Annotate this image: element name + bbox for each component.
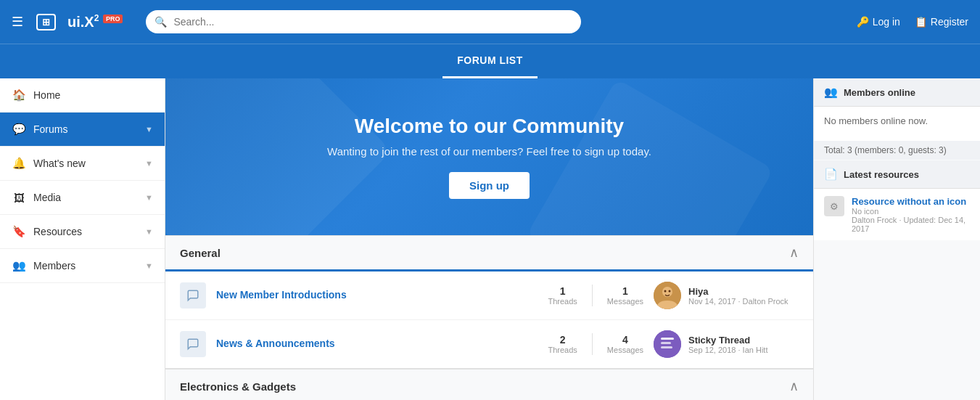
chevron-down-icon: ▼	[145, 125, 153, 134]
resource-sub: No icon	[852, 207, 970, 216]
stat-divider	[592, 285, 593, 306]
threads-stat-2: 2 Threads	[548, 334, 577, 354]
last-post-user: Hiya	[688, 286, 788, 297]
svg-rect-5	[661, 338, 674, 340]
forum-stats: 1 Threads 1 Messages	[548, 285, 644, 306]
section-header-general: General ∧	[165, 235, 813, 272]
login-link[interactable]: 🔑 Log in	[857, 16, 900, 28]
resource-name[interactable]: Resource without an icon	[852, 196, 970, 207]
no-members-text: No members online now.	[824, 115, 970, 126]
sidebar-item-resources[interactable]: 🔖 Resources ▼	[0, 215, 165, 249]
hero-banner: Welcome to our Community Wanting to join…	[165, 78, 813, 235]
forum-name-area-2: News & Announcements	[216, 338, 538, 351]
logo-text: ui.X2 PRO	[67, 13, 123, 30]
forum-name-2[interactable]: News & Announcements	[216, 338, 538, 349]
topnav-right: 🔑 Log in 📋 Register	[857, 16, 968, 28]
sub-navigation: FORUM LIST	[0, 44, 980, 78]
resource-attribution: Dalton Frock · Updated: Dec 14, 2017	[852, 216, 970, 233]
logo-sup: 2	[94, 13, 99, 23]
register-icon: 📋	[915, 16, 927, 28]
section-title-general: General	[180, 247, 221, 259]
members-online-widget: 👥 Members online No members online now. …	[814, 78, 980, 160]
register-link[interactable]: 📋 Register	[915, 16, 968, 28]
members-icon: 👥	[12, 258, 26, 273]
threads-stat: 1 Threads	[548, 285, 577, 306]
latest-resources-widget: 📄 Latest resources ⚙ Resource without an…	[814, 160, 980, 240]
messages-count: 1	[607, 285, 643, 297]
logo-pro: PRO	[103, 15, 123, 23]
main-layout: 🏠 Home 💬 Forums ▼ 🔔 What's new ▼ 🖼 Media…	[0, 78, 980, 400]
messages-stat-2: 4 Messages	[607, 334, 643, 354]
key-icon: 🔑	[857, 16, 869, 28]
members-online-icon: 👥	[824, 86, 838, 99]
threads-label: Threads	[548, 297, 577, 306]
forum-section-general: General ∧ New Member Introductions 1 Thr…	[165, 235, 813, 369]
members-online-title: Members online	[844, 87, 915, 98]
svg-rect-6	[661, 342, 671, 344]
sidebar-item-forums[interactable]: 💬 Forums ▼	[0, 113, 165, 147]
widget-header-resources: 📄 Latest resources	[814, 160, 980, 189]
signup-button[interactable]: Sign up	[449, 172, 530, 199]
collapse-electronics-button[interactable]: ∧	[789, 378, 799, 394]
last-post-info-2: Sticky Thread Sep 12, 2018 · Ian Hitt	[688, 335, 767, 354]
threads-label-2: Threads	[548, 346, 577, 354]
last-post: Hiya Nov 14, 2017 · Dalton Prock	[654, 282, 799, 309]
threads-count: 1	[548, 285, 577, 297]
sidebar-label-forums: Forums	[33, 123, 138, 135]
messages-count-2: 4	[607, 334, 643, 346]
last-post-info: Hiya Nov 14, 2017 · Dalton Prock	[688, 286, 788, 306]
messages-label-2: Messages	[607, 346, 643, 354]
hamburger-menu[interactable]: ☰	[12, 14, 23, 30]
hero-title: Welcome to our Community	[180, 115, 799, 138]
sidebar-item-media[interactable]: 🖼 Media ▼	[0, 181, 165, 215]
logo-box: ⊞	[36, 14, 56, 30]
search-icon: 🔍	[155, 16, 167, 28]
last-post-time-2: Sep 12, 2018 · Ian Hitt	[688, 346, 767, 354]
collapse-general-button[interactable]: ∧	[789, 245, 799, 261]
resource-info: Resource without an icon No icon Dalton …	[852, 196, 970, 233]
messages-label: Messages	[607, 297, 643, 306]
forum-list-tab[interactable]: FORUM LIST	[442, 44, 538, 78]
chevron-down-icon-2: ▼	[145, 159, 153, 168]
messages-stat: 1 Messages	[607, 285, 643, 306]
section-title-electronics: Electronics & Gadgets	[180, 380, 296, 393]
latest-resources-title: Latest resources	[844, 169, 919, 180]
forums-icon: 💬	[12, 122, 26, 136]
forum-name[interactable]: New Member Introductions	[216, 289, 538, 301]
sidebar-label-whats-new: What's new	[33, 158, 138, 169]
sidebar-label-members: Members	[33, 260, 138, 272]
forum-section-electronics: Electronics & Gadgets ∧ Electronics Sub …	[165, 369, 813, 400]
whats-new-icon: 🔔	[12, 156, 26, 171]
table-row: News & Announcements 2 Threads 4 Message…	[165, 320, 813, 368]
resource-icon: ⚙	[824, 196, 844, 216]
chevron-down-icon-3: ▼	[145, 193, 153, 202]
home-icon: 🏠	[12, 88, 26, 102]
sidebar-item-members[interactable]: 👥 Members ▼	[0, 249, 165, 283]
stat-divider-2	[592, 333, 593, 355]
resources-icon: 🔖	[12, 224, 26, 239]
sidebar-item-whats-new[interactable]: 🔔 What's new ▼	[0, 147, 165, 181]
forum-stats-2: 2 Threads 4 Messages	[548, 333, 644, 355]
logo-grid-icon: ⊞	[42, 17, 50, 28]
last-post-user-2: Sticky Thread	[688, 335, 767, 346]
chevron-down-icon-4: ▼	[145, 227, 153, 236]
members-total: Total: 3 (members: 0, guests: 3)	[814, 141, 980, 160]
top-navigation: ☰ ⊞ ui.X2 PRO 🔍 🔑 Log in 📋 Register	[0, 0, 980, 44]
search-input[interactable]	[146, 10, 581, 33]
forum-name-area: New Member Introductions	[216, 289, 538, 302]
forum-icon-2	[180, 331, 206, 357]
content-area: Welcome to our Community Wanting to join…	[165, 78, 813, 400]
table-row: New Member Introductions 1 Threads 1 Mes…	[165, 272, 813, 320]
sidebar-label-home: Home	[33, 89, 153, 101]
sidebar-item-home[interactable]: 🏠 Home	[0, 78, 165, 113]
widget-header-members: 👥 Members online	[814, 78, 980, 107]
sidebar-label-media: Media	[33, 192, 138, 203]
section-header-electronics: Electronics & Gadgets ∧	[165, 369, 813, 400]
threads-count-2: 2	[548, 334, 577, 346]
svg-point-2	[664, 290, 667, 293]
resource-item: ⚙ Resource without an icon No icon Dalto…	[814, 189, 980, 240]
right-sidebar: 👥 Members online No members online now. …	[813, 78, 980, 400]
media-icon: 🖼	[12, 190, 26, 205]
forum-icon	[180, 282, 206, 309]
svg-rect-7	[661, 346, 672, 348]
